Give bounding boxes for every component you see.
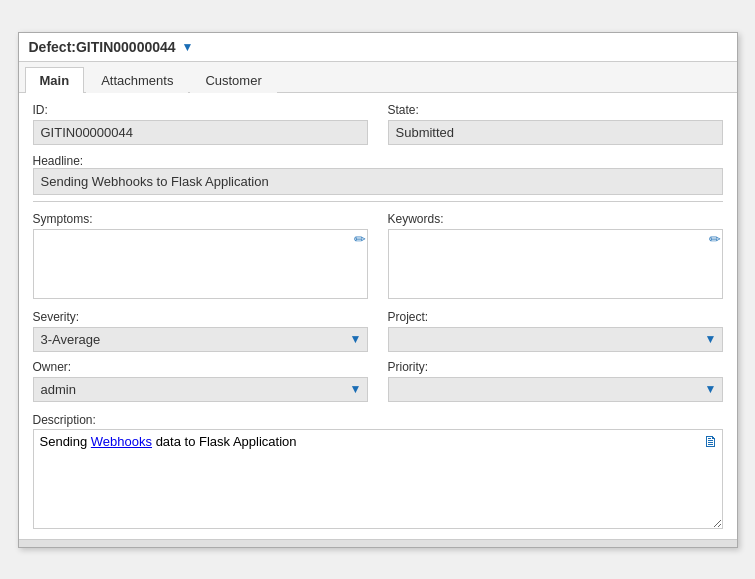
main-window: Defect:GITIN00000044 ▼ Main Attachments … bbox=[18, 32, 738, 548]
severity-project-row: Severity: 1-Critical 2-High 3-Average 4-… bbox=[33, 310, 723, 352]
keywords-wrapper: ✏ bbox=[388, 229, 723, 302]
priority-select-wrapper: ▼ bbox=[388, 377, 723, 402]
symptoms-wrapper: ✏ bbox=[33, 229, 368, 302]
severity-label: Severity: bbox=[33, 310, 368, 324]
symptoms-input[interactable] bbox=[33, 229, 368, 299]
severity-select-wrapper: 1-Critical 2-High 3-Average 4-Low 5-Mino… bbox=[33, 327, 368, 352]
headline-value: Sending Webhooks to Flask Application bbox=[33, 168, 723, 195]
symptoms-edit-icon[interactable]: ✏ bbox=[354, 231, 366, 247]
project-select-wrapper: ▼ bbox=[388, 327, 723, 352]
title-bar: Defect:GITIN00000044 ▼ bbox=[19, 33, 737, 62]
id-field-group: ID: GITIN00000044 bbox=[33, 103, 368, 145]
description-wrapper: Sending Webhooks data to Flask Applicati… bbox=[33, 429, 723, 529]
headline-label: Headline: bbox=[33, 154, 84, 168]
project-field-group: Project: ▼ bbox=[388, 310, 723, 352]
description-group: Description: Sending Webhooks data to Fl… bbox=[33, 412, 723, 529]
state-field-group: State: Submitted bbox=[388, 103, 723, 145]
keywords-field-group: Keywords: ✏ bbox=[388, 212, 723, 302]
main-content: ID: GITIN00000044 State: Submitted Headl… bbox=[19, 93, 737, 539]
owner-select-wrapper: admin ▼ bbox=[33, 377, 368, 402]
keywords-edit-icon[interactable]: ✏ bbox=[709, 231, 721, 247]
tab-attachments[interactable]: Attachments bbox=[86, 67, 188, 93]
description-prefix: Sending bbox=[40, 434, 91, 449]
priority-label: Priority: bbox=[388, 360, 723, 374]
state-label: State: bbox=[388, 103, 723, 117]
title-dropdown-icon[interactable]: ▼ bbox=[182, 40, 194, 54]
description-suffix: data to Flask Application bbox=[152, 434, 297, 449]
tab-customer[interactable]: Customer bbox=[190, 67, 276, 93]
window-title: Defect:GITIN00000044 bbox=[29, 39, 176, 55]
project-select[interactable] bbox=[388, 327, 723, 352]
owner-select[interactable]: admin bbox=[33, 377, 368, 402]
description-label: Description: bbox=[33, 413, 96, 427]
severity-select[interactable]: 1-Critical 2-High 3-Average 4-Low 5-Mino… bbox=[33, 327, 368, 352]
keywords-label: Keywords: bbox=[388, 212, 723, 226]
description-doc-icon[interactable]: 🗎 bbox=[703, 433, 719, 451]
id-state-row: ID: GITIN00000044 State: Submitted bbox=[33, 103, 723, 145]
owner-field-group: Owner: admin ▼ bbox=[33, 360, 368, 402]
symptoms-keywords-row: Symptoms: ✏ Keywords: ✏ bbox=[33, 212, 723, 302]
id-value: GITIN00000044 bbox=[33, 120, 368, 145]
tab-bar: Main Attachments Customer bbox=[19, 62, 737, 93]
keywords-input[interactable] bbox=[388, 229, 723, 299]
priority-select[interactable] bbox=[388, 377, 723, 402]
project-label: Project: bbox=[388, 310, 723, 324]
description-link[interactable]: Webhooks bbox=[91, 434, 152, 449]
symptoms-label: Symptoms: bbox=[33, 212, 368, 226]
headline-group: Headline: Sending Webhooks to Flask Appl… bbox=[33, 153, 723, 195]
severity-field-group: Severity: 1-Critical 2-High 3-Average 4-… bbox=[33, 310, 368, 352]
id-label: ID: bbox=[33, 103, 368, 117]
description-field[interactable]: Sending Webhooks data to Flask Applicati… bbox=[33, 429, 723, 529]
state-value: Submitted bbox=[388, 120, 723, 145]
owner-label: Owner: bbox=[33, 360, 368, 374]
divider bbox=[33, 201, 723, 202]
owner-priority-row: Owner: admin ▼ Priority: ▼ bbox=[33, 360, 723, 402]
priority-field-group: Priority: ▼ bbox=[388, 360, 723, 402]
tab-main[interactable]: Main bbox=[25, 67, 85, 93]
bottom-scrollbar[interactable] bbox=[19, 539, 737, 547]
symptoms-field-group: Symptoms: ✏ bbox=[33, 212, 368, 302]
